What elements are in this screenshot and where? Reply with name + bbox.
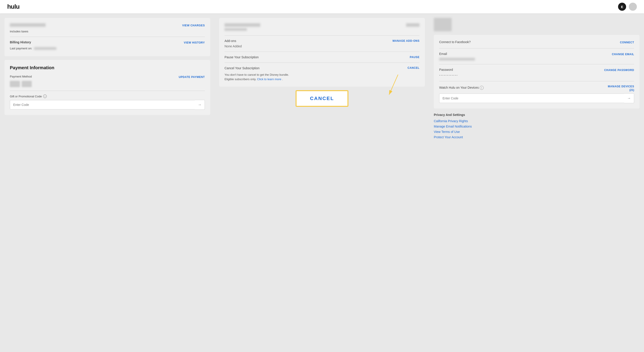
email-label: Email: [439, 52, 447, 56]
plan-blur-2: [224, 28, 247, 31]
billing-history-row: Billing History VIEW HISTORY: [10, 40, 205, 45]
avatar[interactable]: E: [618, 3, 626, 11]
plan-blur-right: [406, 23, 420, 32]
cancel-annotation-area: CANCEL: [219, 90, 425, 113]
device-code-row: →: [439, 93, 634, 103]
profile-image-blur: [434, 18, 452, 31]
privacy-title: Privacy And Settings: [434, 113, 640, 117]
change-email-link[interactable]: CHANGE EMAIL: [612, 53, 634, 56]
amount-blur: [10, 23, 46, 27]
gift-code-label: Gift or Promotional Code i: [10, 94, 205, 98]
charges-row: VIEW CHARGES: [10, 23, 205, 28]
divider6: [439, 48, 634, 48]
view-history-link[interactable]: VIEW HISTORY: [184, 41, 205, 44]
facebook-label: Connect to Facebook?: [439, 40, 471, 44]
cancel-text-2: Eligible subscribers only.: [224, 77, 256, 81]
devices-info-icon[interactable]: i: [480, 86, 484, 90]
plan-blur-left: [224, 23, 260, 32]
main-content: VIEW CHARGES includes taxes Billing Hist…: [0, 13, 644, 145]
gift-code-text: Gift or Promotional Code: [10, 95, 42, 98]
includes-taxes: includes taxes: [10, 30, 28, 33]
avatar-placeholder: [629, 3, 637, 11]
california-privacy-link[interactable]: California Privacy Rights: [434, 119, 640, 123]
billing-history-label: Billing History: [10, 40, 31, 44]
divider4: [224, 52, 420, 52]
email-row: Email CHANGE EMAIL: [439, 52, 634, 56]
update-payment-link[interactable]: UPDATE PAYMENT: [179, 75, 205, 79]
info-icon[interactable]: i: [43, 94, 47, 98]
none-added-text: None Added: [224, 44, 420, 48]
cancel-title: Cancel Your Subscription: [224, 66, 260, 70]
cancel-header: Cancel Your Subscription CANCEL: [224, 66, 420, 70]
devices-header: Watch Hulu on Your Devices i MANAGE DEVI…: [439, 85, 634, 92]
protect-account-link[interactable]: Protect Your Account: [434, 135, 640, 139]
addons-row: Add-ons MANAGE ADD-ONS: [224, 39, 420, 43]
facebook-row: Connect to Facebook? CONNECT: [439, 40, 634, 45]
device-code-input[interactable]: [439, 94, 624, 103]
divider: [10, 37, 205, 37]
view-terms-link[interactable]: View Terms of Use: [434, 130, 640, 134]
last-payment-row: Last payment on:: [10, 47, 205, 51]
card-chip-2: [22, 81, 32, 87]
cancel-section: Cancel Your Subscription CANCEL You don'…: [224, 66, 420, 81]
card-chips: [10, 81, 205, 87]
payment-date-blur: [34, 47, 56, 50]
plan-blur-1: [224, 23, 260, 27]
subscription-plan-card: Add-ons MANAGE ADD-ONS None Added Pause …: [219, 18, 425, 87]
account-card: Connect to Facebook? CONNECT Email CHANG…: [434, 35, 640, 109]
payment-method-label: Payment Method: [10, 75, 32, 78]
gift-code-input-row: →: [10, 100, 205, 110]
payment-method-row: Payment Method UPDATE PAYMENT: [10, 75, 205, 79]
change-password-link[interactable]: CHANGE PASSWORD: [604, 69, 634, 72]
payment-info-title: Payment Information: [10, 65, 205, 70]
gift-code-submit-button[interactable]: →: [195, 100, 205, 110]
billing-amount-placeholder: [10, 23, 46, 28]
devices-left: Watch Hulu on Your Devices i: [439, 85, 484, 90]
cancel-text-1: You don't have to cancel to get the Disn…: [224, 73, 289, 76]
devices-label: Watch Hulu on Your Devices: [439, 86, 479, 89]
plan-blur-3: [406, 23, 420, 27]
payment-info-card: Payment Information Payment Method UPDAT…: [4, 60, 210, 115]
addons-label: Add-ons: [224, 39, 236, 43]
manage-email-notifications-link[interactable]: Manage Email Notifications: [434, 125, 640, 128]
cancel-desc: You don't have to cancel to get the Disn…: [224, 73, 420, 81]
password-label: Password: [439, 68, 453, 71]
right-column: Connect to Facebook? CONNECT Email CHANG…: [429, 13, 644, 145]
billing-card: VIEW CHARGES includes taxes Billing Hist…: [4, 18, 210, 56]
view-charges-link[interactable]: VIEW CHARGES: [182, 24, 205, 27]
cancel-subscription-link[interactable]: CANCEL: [408, 66, 420, 69]
header-right: E: [618, 3, 637, 11]
last-payment-label: Last payment on:: [10, 47, 32, 50]
divider2: [10, 91, 205, 91]
connect-facebook-link[interactable]: CONNECT: [620, 41, 634, 44]
period: .: [282, 77, 283, 81]
left-column: VIEW CHARGES includes taxes Billing Hist…: [0, 13, 215, 145]
card-chip-1: [10, 81, 20, 87]
manage-devices-link[interactable]: MANAGE DEVICES: [608, 85, 634, 88]
gift-code-input[interactable]: [10, 100, 195, 109]
divider8: [439, 81, 634, 81]
devices-count-badge: (21): [630, 88, 634, 92]
header: hulu E: [0, 0, 644, 13]
middle-column: Add-ons MANAGE ADD-ONS None Added Pause …: [215, 13, 429, 145]
manage-addons-link[interactable]: MANAGE ADD-ONS: [392, 39, 420, 42]
device-code-submit-button[interactable]: →: [624, 93, 634, 103]
plan-top-row: [224, 23, 420, 32]
divider3: [224, 35, 420, 35]
profile-image-area: [434, 18, 640, 31]
email-blur: [439, 58, 475, 60]
learn-more-link[interactable]: Click to learn more: [257, 77, 281, 81]
privacy-section: Privacy And Settings California Privacy …: [434, 113, 640, 139]
devices-count-area: MANAGE DEVICES (21): [608, 85, 634, 92]
password-dots: ············: [439, 73, 634, 77]
password-row: Password CHANGE PASSWORD: [439, 68, 634, 72]
pause-link[interactable]: PAUSE: [410, 56, 420, 59]
cancel-big-button[interactable]: CANCEL: [296, 91, 348, 106]
pause-row: Pause Your Subscription PAUSE: [224, 55, 420, 59]
divider7: [439, 64, 634, 64]
pause-label: Pause Your Subscription: [224, 55, 259, 59]
cancel-box-highlight: CANCEL: [296, 90, 348, 107]
hulu-logo: hulu: [7, 3, 20, 10]
